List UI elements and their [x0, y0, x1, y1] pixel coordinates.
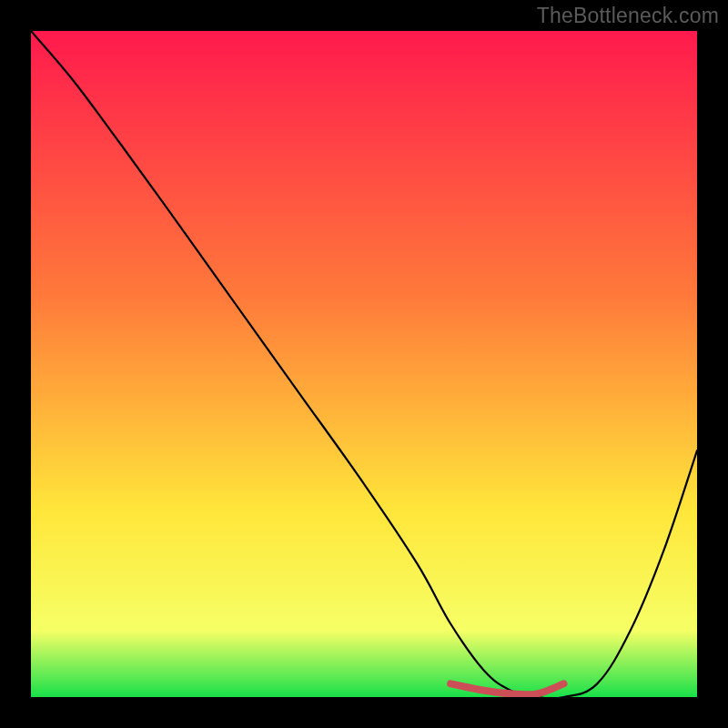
chart-stage: TheBottleneck.com	[0, 0, 728, 728]
plot-svg	[31, 31, 697, 697]
watermark-text: TheBottleneck.com	[537, 4, 719, 28]
plot-area	[31, 31, 697, 697]
gradient-background	[31, 31, 697, 697]
